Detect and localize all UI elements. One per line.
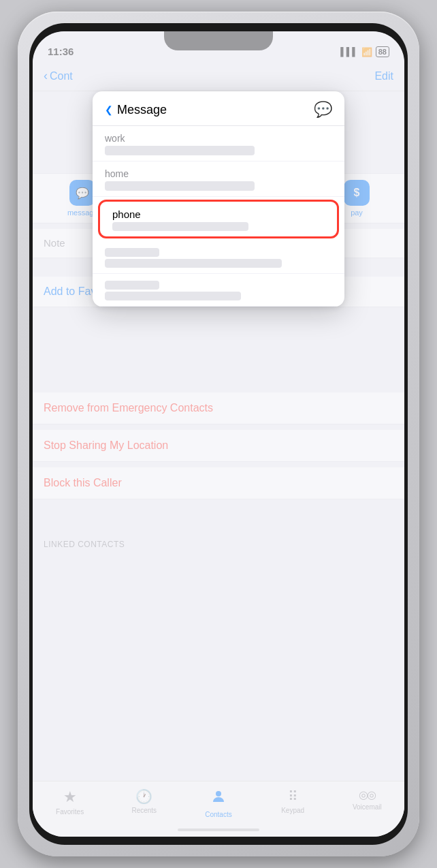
- dropdown-header: ❮ Message 💬: [93, 91, 344, 126]
- phone-label: phone: [112, 208, 325, 220]
- work-label: work: [105, 133, 332, 144]
- phone-inner: 11:36 ▌▌▌ 📶 88 ‹ Cont Edit 👤: [29, 23, 408, 845]
- dropdown-header-left: ❮ Message: [105, 103, 167, 117]
- home-value: [105, 181, 255, 191]
- extra-label-1: [105, 248, 159, 257]
- phone-value: [112, 222, 248, 231]
- message-dropdown[interactable]: ❮ Message 💬 work home phone: [93, 91, 344, 307]
- dropdown-phone-row[interactable]: phone: [98, 200, 339, 238]
- extra-value-1: [105, 259, 282, 268]
- message-bubble-icon: 💬: [314, 101, 332, 119]
- dropdown-chevron-icon: ❮: [105, 104, 113, 115]
- dropdown-extra-row-2[interactable]: [93, 274, 344, 307]
- extra-label-2: [105, 281, 159, 290]
- dropdown-title: Message: [117, 103, 167, 117]
- work-value: [105, 146, 255, 155]
- home-label: home: [105, 168, 332, 179]
- extra-value-2: [105, 292, 241, 300]
- dropdown-work-row[interactable]: work: [93, 126, 344, 161]
- screen: 11:36 ▌▌▌ 📶 88 ‹ Cont Edit 👤: [33, 31, 404, 837]
- dropdown-extra-row-1[interactable]: [93, 241, 344, 274]
- phone-frame: 11:36 ▌▌▌ 📶 88 ‹ Cont Edit 👤: [18, 12, 419, 856]
- dropdown-home-row[interactable]: home: [93, 161, 344, 197]
